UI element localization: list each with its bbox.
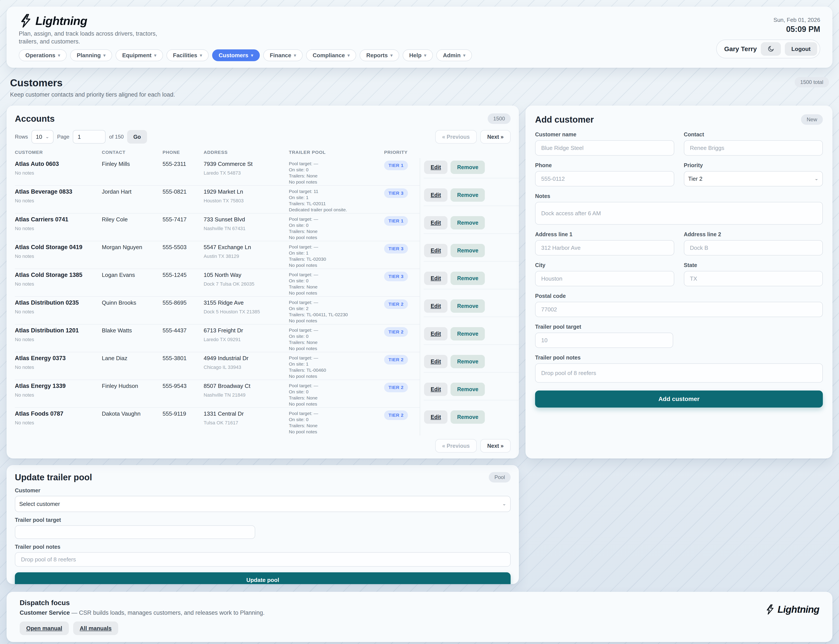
- pool-line: Trailers: TL-00460: [289, 367, 384, 373]
- notes-field[interactable]: [535, 202, 823, 225]
- edit-button[interactable]: Edit: [424, 355, 447, 368]
- pool-line: On site: 0: [289, 167, 384, 173]
- remove-button[interactable]: Remove: [450, 161, 485, 174]
- edit-button[interactable]: Edit: [424, 411, 447, 424]
- nav-planning[interactable]: Planning▾: [70, 49, 112, 61]
- nav-reports[interactable]: Reports▾: [360, 49, 399, 61]
- edit-button[interactable]: Edit: [424, 244, 447, 257]
- chevron-down-icon: ▾: [200, 53, 202, 58]
- priority-select[interactable]: Tier 2 ⌄: [684, 171, 823, 186]
- remove-button[interactable]: Remove: [450, 411, 485, 424]
- previous-page-button[interactable]: « Previous: [435, 130, 477, 144]
- main-row: Accounts 1500 Rows 10 ⌄ Page of 150 Go «…: [7, 105, 832, 458]
- pool-line: No pool notes: [289, 318, 384, 324]
- edit-button[interactable]: Edit: [424, 272, 447, 285]
- nav-operations[interactable]: Operations▾: [19, 49, 67, 61]
- table-row: Atlas Energy 1339 No notes Finley Hudson…: [15, 380, 511, 408]
- customer-name-field[interactable]: [535, 140, 674, 156]
- address-line2: Nashville TN 21849: [204, 392, 289, 398]
- phone-field[interactable]: [535, 171, 674, 186]
- remove-button[interactable]: Remove: [450, 355, 485, 368]
- edit-button[interactable]: Edit: [424, 161, 447, 174]
- theme-toggle-button[interactable]: [761, 42, 781, 56]
- chevron-down-icon: ⌄: [45, 135, 49, 139]
- customer-cell: Atlas Cold Storage 1385 No notes: [15, 272, 102, 296]
- remove-button[interactable]: Remove: [450, 188, 485, 202]
- address-line2: Houston TX 75803: [204, 198, 289, 204]
- chevron-down-icon: ▾: [294, 53, 296, 58]
- trailer-pool-cell: Pool target: —On site: 0Trailers: NoneNo…: [289, 327, 384, 352]
- edit-button[interactable]: Edit: [424, 216, 447, 230]
- address-line1: 3155 Ridge Ave: [204, 299, 289, 306]
- postal-field[interactable]: [535, 302, 823, 317]
- nav-label: Operations: [25, 52, 55, 59]
- priority-cell: TIER 3: [384, 272, 420, 296]
- customer-name: Atlas Cold Storage 1385: [15, 272, 102, 278]
- address1-label: Address line 1: [535, 231, 674, 238]
- pool-notes-field[interactable]: [535, 363, 823, 383]
- pool-line: Trailers: None: [289, 395, 384, 401]
- pool-customer-value: Select customer: [19, 501, 60, 508]
- table-row: Atlas Energy 0373 No notes Lane Diaz 555…: [15, 352, 511, 380]
- trailer-pool-cell: Pool target: —On site: 0Trailers: NoneNo…: [289, 216, 384, 241]
- page-number-input[interactable]: [73, 130, 105, 144]
- edit-button[interactable]: Edit: [424, 299, 447, 313]
- nav-help[interactable]: Help▾: [403, 49, 433, 61]
- pool-notes-field[interactable]: [15, 552, 511, 567]
- next-page-button[interactable]: Next »: [480, 130, 511, 144]
- row-actions: Edit Remove: [420, 297, 511, 325]
- logout-button[interactable]: Logout: [785, 42, 817, 56]
- remove-button[interactable]: Remove: [450, 299, 485, 313]
- current-time: 05:09 PM: [716, 25, 820, 34]
- nav-customers[interactable]: Customers▾: [212, 49, 260, 61]
- pool-line: On site: 2: [289, 306, 384, 312]
- address-line1: 4949 Industrial Dr: [204, 355, 289, 361]
- add-customer-button[interactable]: Add customer: [535, 391, 823, 407]
- address1-field[interactable]: [535, 240, 674, 255]
- phone-label: Phone: [535, 162, 674, 169]
- rows-per-page-select[interactable]: 10 ⌄: [31, 130, 54, 144]
- address-line2: Laredo TX 54873: [204, 170, 289, 176]
- footer-brand: Lightning: [765, 604, 819, 615]
- remove-button[interactable]: Remove: [450, 272, 485, 285]
- row-main: Atlas Cold Storage 1385 No notes Logan E…: [15, 269, 420, 297]
- previous-page-button[interactable]: « Previous: [435, 439, 477, 453]
- contact-field[interactable]: [684, 140, 823, 156]
- city-field[interactable]: [535, 271, 674, 286]
- address-cell: 3155 Ridge Ave Dock 5 Houston TX 21385: [204, 299, 289, 324]
- next-page-button[interactable]: Next »: [480, 439, 511, 453]
- dispatch-title: Dispatch focus: [20, 599, 264, 607]
- table-row: Atlas Auto 0603 No notes Finley Mills 55…: [15, 158, 511, 186]
- pool-target-field[interactable]: [15, 525, 255, 539]
- edit-button[interactable]: Edit: [424, 327, 447, 340]
- accounts-card: Accounts 1500 Rows 10 ⌄ Page of 150 Go «…: [7, 105, 519, 458]
- pool-target-field[interactable]: [535, 333, 673, 348]
- nav-compliance[interactable]: Compliance▾: [306, 49, 356, 61]
- open-manual-button[interactable]: Open manual: [20, 621, 69, 635]
- edit-button[interactable]: Edit: [424, 188, 447, 202]
- row-actions: Edit Remove: [420, 325, 511, 352]
- all-manuals-button[interactable]: All manuals: [73, 621, 118, 635]
- edit-button[interactable]: Edit: [424, 383, 447, 396]
- pool-customer-select[interactable]: Select customer ⌄: [15, 496, 511, 512]
- remove-button[interactable]: Remove: [450, 216, 485, 230]
- tier-badge: TIER 3: [384, 188, 408, 198]
- table-row: Atlas Beverage 0833 No notes Jordan Hart…: [15, 186, 511, 214]
- update-pool-button[interactable]: Update pool: [15, 572, 511, 584]
- row-actions: Edit Remove: [420, 241, 511, 269]
- remove-button[interactable]: Remove: [450, 244, 485, 257]
- customer-note: No notes: [15, 281, 102, 287]
- nav-label: Compliance: [313, 52, 345, 59]
- table-header-row: Customer Contact Phone Address Trailer p…: [15, 150, 420, 158]
- address2-field[interactable]: [684, 240, 823, 255]
- state-field[interactable]: [684, 271, 823, 286]
- nav-facilities[interactable]: Facilities▾: [166, 49, 209, 61]
- nav-admin[interactable]: Admin▾: [436, 49, 472, 61]
- nav-finance[interactable]: Finance▾: [263, 49, 303, 61]
- remove-button[interactable]: Remove: [450, 327, 485, 340]
- nav-label: Admin: [443, 52, 461, 59]
- pool-line: No pool notes: [289, 401, 384, 407]
- remove-button[interactable]: Remove: [450, 383, 485, 396]
- go-button[interactable]: Go: [127, 130, 147, 144]
- nav-equipment[interactable]: Equipment▾: [116, 49, 163, 61]
